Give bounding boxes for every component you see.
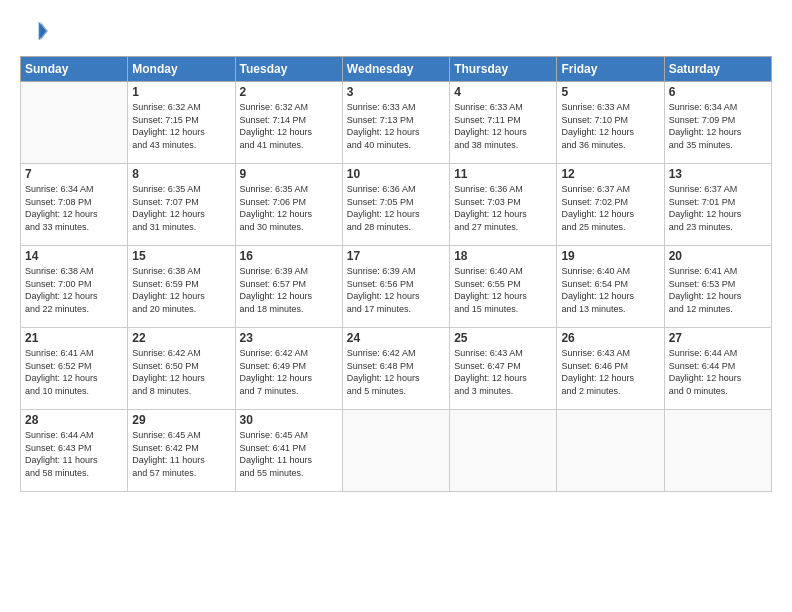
calendar-cell: 21Sunrise: 6:41 AMSunset: 6:52 PMDayligh… xyxy=(21,328,128,410)
day-number: 30 xyxy=(240,413,338,427)
day-header-thursday: Thursday xyxy=(450,57,557,82)
day-number: 10 xyxy=(347,167,445,181)
calendar-cell: 20Sunrise: 6:41 AMSunset: 6:53 PMDayligh… xyxy=(664,246,771,328)
calendar-cell: 24Sunrise: 6:42 AMSunset: 6:48 PMDayligh… xyxy=(342,328,449,410)
calendar-cell: 5Sunrise: 6:33 AMSunset: 7:10 PMDaylight… xyxy=(557,82,664,164)
calendar-cell: 12Sunrise: 6:37 AMSunset: 7:02 PMDayligh… xyxy=(557,164,664,246)
cell-content: Sunrise: 6:38 AMSunset: 6:59 PMDaylight:… xyxy=(132,265,230,315)
cell-content: Sunrise: 6:37 AMSunset: 7:01 PMDaylight:… xyxy=(669,183,767,233)
day-number: 17 xyxy=(347,249,445,263)
day-number: 8 xyxy=(132,167,230,181)
header xyxy=(20,18,772,46)
cell-content: Sunrise: 6:43 AMSunset: 6:47 PMDaylight:… xyxy=(454,347,552,397)
day-number: 1 xyxy=(132,85,230,99)
cell-content: Sunrise: 6:40 AMSunset: 6:55 PMDaylight:… xyxy=(454,265,552,315)
day-header-sunday: Sunday xyxy=(21,57,128,82)
cell-content: Sunrise: 6:45 AMSunset: 6:41 PMDaylight:… xyxy=(240,429,338,479)
cell-content: Sunrise: 6:38 AMSunset: 7:00 PMDaylight:… xyxy=(25,265,123,315)
cell-content: Sunrise: 6:37 AMSunset: 7:02 PMDaylight:… xyxy=(561,183,659,233)
cell-content: Sunrise: 6:34 AMSunset: 7:08 PMDaylight:… xyxy=(25,183,123,233)
day-number: 20 xyxy=(669,249,767,263)
logo xyxy=(20,18,52,46)
cell-content: Sunrise: 6:42 AMSunset: 6:48 PMDaylight:… xyxy=(347,347,445,397)
day-number: 9 xyxy=(240,167,338,181)
day-number: 4 xyxy=(454,85,552,99)
cell-content: Sunrise: 6:33 AMSunset: 7:10 PMDaylight:… xyxy=(561,101,659,151)
cell-content: Sunrise: 6:39 AMSunset: 6:56 PMDaylight:… xyxy=(347,265,445,315)
calendar-week-2: 7Sunrise: 6:34 AMSunset: 7:08 PMDaylight… xyxy=(21,164,772,246)
day-number: 19 xyxy=(561,249,659,263)
calendar-cell: 3Sunrise: 6:33 AMSunset: 7:13 PMDaylight… xyxy=(342,82,449,164)
calendar-cell: 18Sunrise: 6:40 AMSunset: 6:55 PMDayligh… xyxy=(450,246,557,328)
cell-content: Sunrise: 6:36 AMSunset: 7:03 PMDaylight:… xyxy=(454,183,552,233)
cell-content: Sunrise: 6:44 AMSunset: 6:44 PMDaylight:… xyxy=(669,347,767,397)
calendar-cell: 4Sunrise: 6:33 AMSunset: 7:11 PMDaylight… xyxy=(450,82,557,164)
day-number: 23 xyxy=(240,331,338,345)
day-number: 2 xyxy=(240,85,338,99)
calendar: SundayMondayTuesdayWednesdayThursdayFrid… xyxy=(20,56,772,492)
svg-marker-1 xyxy=(41,22,48,41)
day-number: 18 xyxy=(454,249,552,263)
day-number: 21 xyxy=(25,331,123,345)
day-number: 6 xyxy=(669,85,767,99)
cell-content: Sunrise: 6:35 AMSunset: 7:06 PMDaylight:… xyxy=(240,183,338,233)
calendar-cell: 27Sunrise: 6:44 AMSunset: 6:44 PMDayligh… xyxy=(664,328,771,410)
day-header-tuesday: Tuesday xyxy=(235,57,342,82)
cell-content: Sunrise: 6:32 AMSunset: 7:15 PMDaylight:… xyxy=(132,101,230,151)
cell-content: Sunrise: 6:32 AMSunset: 7:14 PMDaylight:… xyxy=(240,101,338,151)
cell-content: Sunrise: 6:35 AMSunset: 7:07 PMDaylight:… xyxy=(132,183,230,233)
calendar-cell: 9Sunrise: 6:35 AMSunset: 7:06 PMDaylight… xyxy=(235,164,342,246)
day-number: 28 xyxy=(25,413,123,427)
calendar-week-1: 1Sunrise: 6:32 AMSunset: 7:15 PMDaylight… xyxy=(21,82,772,164)
calendar-cell: 19Sunrise: 6:40 AMSunset: 6:54 PMDayligh… xyxy=(557,246,664,328)
day-number: 15 xyxy=(132,249,230,263)
calendar-cell: 1Sunrise: 6:32 AMSunset: 7:15 PMDaylight… xyxy=(128,82,235,164)
page: SundayMondayTuesdayWednesdayThursdayFrid… xyxy=(0,0,792,612)
calendar-cell: 30Sunrise: 6:45 AMSunset: 6:41 PMDayligh… xyxy=(235,410,342,492)
cell-content: Sunrise: 6:43 AMSunset: 6:46 PMDaylight:… xyxy=(561,347,659,397)
day-number: 16 xyxy=(240,249,338,263)
calendar-cell: 8Sunrise: 6:35 AMSunset: 7:07 PMDaylight… xyxy=(128,164,235,246)
calendar-cell: 14Sunrise: 6:38 AMSunset: 7:00 PMDayligh… xyxy=(21,246,128,328)
calendar-cell xyxy=(664,410,771,492)
calendar-cell xyxy=(21,82,128,164)
cell-content: Sunrise: 6:45 AMSunset: 6:42 PMDaylight:… xyxy=(132,429,230,479)
cell-content: Sunrise: 6:41 AMSunset: 6:53 PMDaylight:… xyxy=(669,265,767,315)
calendar-cell: 25Sunrise: 6:43 AMSunset: 6:47 PMDayligh… xyxy=(450,328,557,410)
day-header-friday: Friday xyxy=(557,57,664,82)
day-number: 14 xyxy=(25,249,123,263)
calendar-cell xyxy=(342,410,449,492)
calendar-header-row: SundayMondayTuesdayWednesdayThursdayFrid… xyxy=(21,57,772,82)
day-number: 26 xyxy=(561,331,659,345)
calendar-cell: 28Sunrise: 6:44 AMSunset: 6:43 PMDayligh… xyxy=(21,410,128,492)
day-number: 13 xyxy=(669,167,767,181)
cell-content: Sunrise: 6:40 AMSunset: 6:54 PMDaylight:… xyxy=(561,265,659,315)
day-number: 11 xyxy=(454,167,552,181)
day-number: 29 xyxy=(132,413,230,427)
day-number: 3 xyxy=(347,85,445,99)
calendar-cell: 29Sunrise: 6:45 AMSunset: 6:42 PMDayligh… xyxy=(128,410,235,492)
calendar-cell: 6Sunrise: 6:34 AMSunset: 7:09 PMDaylight… xyxy=(664,82,771,164)
day-number: 5 xyxy=(561,85,659,99)
calendar-cell: 7Sunrise: 6:34 AMSunset: 7:08 PMDaylight… xyxy=(21,164,128,246)
calendar-cell: 22Sunrise: 6:42 AMSunset: 6:50 PMDayligh… xyxy=(128,328,235,410)
cell-content: Sunrise: 6:39 AMSunset: 6:57 PMDaylight:… xyxy=(240,265,338,315)
day-number: 22 xyxy=(132,331,230,345)
day-number: 27 xyxy=(669,331,767,345)
day-header-saturday: Saturday xyxy=(664,57,771,82)
cell-content: Sunrise: 6:36 AMSunset: 7:05 PMDaylight:… xyxy=(347,183,445,233)
calendar-cell: 17Sunrise: 6:39 AMSunset: 6:56 PMDayligh… xyxy=(342,246,449,328)
calendar-week-4: 21Sunrise: 6:41 AMSunset: 6:52 PMDayligh… xyxy=(21,328,772,410)
day-header-monday: Monday xyxy=(128,57,235,82)
calendar-cell: 11Sunrise: 6:36 AMSunset: 7:03 PMDayligh… xyxy=(450,164,557,246)
calendar-cell: 13Sunrise: 6:37 AMSunset: 7:01 PMDayligh… xyxy=(664,164,771,246)
calendar-cell xyxy=(450,410,557,492)
calendar-week-3: 14Sunrise: 6:38 AMSunset: 7:00 PMDayligh… xyxy=(21,246,772,328)
calendar-cell: 23Sunrise: 6:42 AMSunset: 6:49 PMDayligh… xyxy=(235,328,342,410)
cell-content: Sunrise: 6:42 AMSunset: 6:49 PMDaylight:… xyxy=(240,347,338,397)
day-number: 7 xyxy=(25,167,123,181)
calendar-cell xyxy=(557,410,664,492)
day-number: 24 xyxy=(347,331,445,345)
cell-content: Sunrise: 6:41 AMSunset: 6:52 PMDaylight:… xyxy=(25,347,123,397)
calendar-cell: 2Sunrise: 6:32 AMSunset: 7:14 PMDaylight… xyxy=(235,82,342,164)
